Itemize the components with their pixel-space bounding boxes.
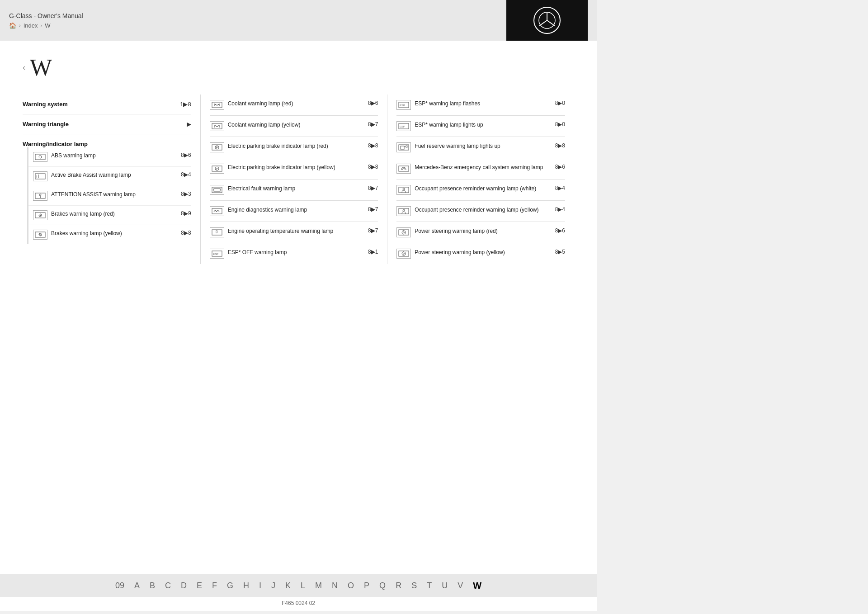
list-item[interactable]: ESP ESP* warning lamp flashes 8▶0 <box>396 94 565 116</box>
breadcrumb-index[interactable]: Index <box>24 22 38 29</box>
svg-point-10 <box>39 194 41 196</box>
power-steering-yellow-label: Power steering warning lamp (yellow) <box>415 249 552 256</box>
list-item[interactable]: Brakes warning lamp (yellow) 8▶8 <box>28 225 191 244</box>
list-item[interactable]: Mercedes-Benz emergency call system warn… <box>396 158 565 179</box>
nav-k[interactable]: K <box>285 581 291 590</box>
item-content: Coolant warning lamp (red) <box>210 100 365 110</box>
list-item[interactable]: ATTENTION ASSIST warning lamp 8▶3 <box>28 186 191 206</box>
item-content: ! Active Brake Assist warning lamp <box>33 171 178 181</box>
list-item[interactable]: Power steering warning lamp (yellow) 8▶5 <box>396 243 565 264</box>
active-brake-label: Active Brake Assist warning lamp <box>51 171 178 179</box>
brakes-red-label: Brakes warning lamp (red) <box>51 210 178 218</box>
nav-09[interactable]: 09 <box>115 581 124 590</box>
nav-t[interactable]: T <box>427 581 432 590</box>
nav-m[interactable]: M <box>315 581 322 590</box>
esp-lights-label: ESP* warning lamp lights up <box>415 121 552 129</box>
list-item[interactable]: Engine diagnostics warning lamp 8▶7 <box>210 201 378 222</box>
list-item[interactable]: Occupant presence reminder warning lamp … <box>396 201 565 222</box>
nav-a[interactable]: A <box>134 581 140 590</box>
bottom-navigation: 09 A B C D E F G H I J K L M N O P Q R S… <box>0 574 597 597</box>
breadcrumb-home[interactable]: 🏠 <box>9 22 16 29</box>
nav-n[interactable]: N <box>332 581 338 590</box>
svg-point-16 <box>39 233 42 236</box>
mid-column: Coolant warning lamp (red) 8▶6 Coolant w… <box>201 94 388 264</box>
list-item[interactable]: P Electric parking brake indicator lamp … <box>210 158 378 179</box>
engine-diag-label: Engine diagnostics warning lamp <box>228 206 365 214</box>
list-item[interactable]: Fuel reserve warning lamp lights up 8▶8 <box>396 137 565 158</box>
prev-arrow[interactable]: ‹ <box>23 63 25 72</box>
nav-i[interactable]: I <box>259 581 261 590</box>
esp-flash-ref: 8▶0 <box>555 100 565 106</box>
warning-system-entry[interactable]: Warning system 1▶8 <box>23 94 191 114</box>
nav-q[interactable]: Q <box>379 581 386 590</box>
nav-l[interactable]: L <box>301 581 305 590</box>
nav-v[interactable]: V <box>458 581 463 590</box>
occupant-yellow-ref: 8▶4 <box>555 206 565 213</box>
nav-e[interactable]: E <box>197 581 202 590</box>
brakes-red-ref: 8▶9 <box>181 210 191 217</box>
header-right <box>506 0 588 41</box>
svg-point-17 <box>40 234 41 236</box>
active-brake-ref: 8▶4 <box>181 171 191 178</box>
svg-rect-4 <box>35 154 45 160</box>
svg-point-49 <box>403 232 405 233</box>
emergency-call-label: Mercedes-Benz emergency call system warn… <box>415 164 552 171</box>
list-item[interactable]: ESP ESP* warning lamp lights up 8▶0 <box>396 116 565 137</box>
list-item[interactable]: Coolant warning lamp (red) 8▶6 <box>210 94 378 116</box>
warning-system-ref: 1▶8 <box>180 101 191 108</box>
warning-triangle-entry[interactable]: Warning triangle ▶ <box>23 114 191 134</box>
svg-point-14 <box>40 215 41 216</box>
occupant-yellow-label: Occupant presence reminder warning lamp … <box>415 206 552 214</box>
engine-temp-ref: 8▶7 <box>368 227 378 234</box>
brakes-yellow-label: Brakes warning lamp (yellow) <box>51 230 178 237</box>
list-item[interactable]: P Electric parking brake indicator lamp … <box>210 137 378 158</box>
warning-triangle-label: Warning triangle <box>23 121 183 128</box>
item-content: ABS warning lamp <box>33 152 178 162</box>
engine-temp-icon <box>210 227 224 237</box>
svg-rect-42 <box>399 166 409 171</box>
nav-w[interactable]: W <box>473 581 481 591</box>
svg-rect-39 <box>401 146 404 149</box>
occupant-white-label: Occupant presence reminder warning lamp … <box>415 185 552 193</box>
fuel-reserve-ref: 8▶8 <box>555 142 565 149</box>
list-item[interactable]: ABS warning lamp 8▶6 <box>28 147 191 167</box>
list-item[interactable]: Electrical fault warning lamp 8▶7 <box>210 179 378 201</box>
abs-icon <box>33 152 47 162</box>
nav-o[interactable]: O <box>348 581 354 590</box>
nav-c[interactable]: C <box>165 581 171 590</box>
breadcrumb-w[interactable]: W <box>45 22 50 29</box>
item-content: Fuel reserve warning lamp lights up <box>396 142 552 152</box>
epb-yellow-label: Electric parking brake indicator lamp (y… <box>228 164 365 171</box>
list-item[interactable]: Power steering warning lamp (red) 8▶6 <box>396 222 565 243</box>
svg-text:ESP: ESP <box>213 253 218 255</box>
svg-point-52 <box>402 252 406 255</box>
nav-j[interactable]: J <box>271 581 275 590</box>
svg-point-53 <box>403 253 405 255</box>
list-item[interactable]: ! Active Brake Assist warning lamp 8▶4 <box>28 167 191 186</box>
warning-triangle-ref: ▶ <box>187 121 191 128</box>
nav-b[interactable]: B <box>150 581 155 590</box>
nav-g[interactable]: G <box>227 581 233 590</box>
list-item[interactable]: Occupant presence reminder warning lamp … <box>396 179 565 201</box>
svg-point-5 <box>39 156 42 158</box>
epb-yellow-ref: 8▶8 <box>368 164 378 170</box>
item-content: ESP ESP* OFF warning lamp <box>210 249 365 259</box>
nav-h[interactable]: H <box>243 581 249 590</box>
breadcrumb: 🏠 › Index › W <box>9 22 83 29</box>
occupant-yellow-icon <box>396 206 411 216</box>
item-content: Occupant presence reminder warning lamp … <box>396 185 552 195</box>
list-item[interactable]: Engine operating temperature warning lam… <box>210 222 378 243</box>
list-item[interactable]: Brakes warning lamp (red) 8▶9 <box>28 206 191 225</box>
nav-u[interactable]: U <box>442 581 448 590</box>
nav-d[interactable]: D <box>181 581 187 590</box>
nav-f[interactable]: F <box>212 581 217 590</box>
list-item[interactable]: Coolant warning lamp (yellow) 8▶7 <box>210 116 378 137</box>
manual-title: G-Class - Owner's Manual <box>9 12 83 19</box>
svg-rect-31 <box>212 230 222 235</box>
list-item[interactable]: ESP ESP* OFF warning lamp 8▶1 <box>210 243 378 264</box>
nav-r[interactable]: R <box>396 581 401 590</box>
esp-flash-label: ESP* warning lamp flashes <box>415 100 552 108</box>
nav-s[interactable]: S <box>411 581 417 590</box>
epb-red-icon: P <box>210 142 224 152</box>
nav-p[interactable]: P <box>364 581 369 590</box>
